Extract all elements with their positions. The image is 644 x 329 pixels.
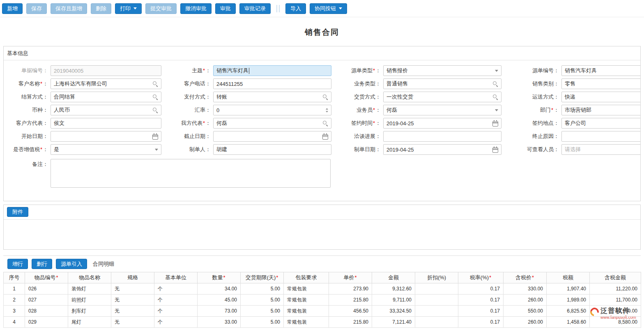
start-date-input[interactable] <box>51 131 161 142</box>
department-label: 部门*： <box>501 106 561 114</box>
doc-number-label: 单据编号： <box>4 67 51 74</box>
column-header-label: 含税金额 <box>605 274 626 281</box>
termination-reason-input[interactable] <box>561 131 641 142</box>
submit-approval-button[interactable]: 提交审批 <box>145 3 177 14</box>
attachments-button[interactable]: 附件 <box>7 207 28 217</box>
table-row[interactable]: 2027前照灯无个45.005.00常规包装215.809,711.000.17… <box>4 294 641 306</box>
exchange-rate-field: 汇率：0 <box>161 105 331 115</box>
chevron-down-icon[interactable] <box>155 149 158 151</box>
search-icon[interactable] <box>153 108 158 113</box>
print-button[interactable]: 打印 <box>115 3 142 14</box>
contract-detail-table: 序号物品编号*物品名称规格基本单位数量*交货期限(天)*包装要求单价*金额折扣(… <box>3 272 641 328</box>
required-asterisk: * <box>276 274 278 281</box>
table-cell: 5.00 <box>241 306 284 317</box>
column-header: 物品名称 <box>68 272 111 283</box>
customer-phone-input[interactable]: 244511255 <box>213 78 331 89</box>
column-header-label: 金额 <box>388 274 399 281</box>
source-type-input[interactable]: 销售报价 <box>383 65 501 76</box>
customer-name-input[interactable]: 上海科达汽车有限公司 <box>51 78 161 89</box>
add-button[interactable]: 新增 <box>2 3 23 14</box>
settlement-method-label: 结算方式： <box>4 93 51 101</box>
required-asterisk: * <box>203 120 205 126</box>
column-header: 含税金额 <box>590 272 641 283</box>
approval-records-button[interactable]: 审批记录 <box>239 3 271 14</box>
delivery-method-input[interactable]: 一次性交货 <box>383 92 501 102</box>
delivery-method-value: 一次性交货 <box>386 93 413 101</box>
chevron-down-icon[interactable] <box>495 109 498 111</box>
table-row[interactable]: 4029尾灯无个33.005.00常规包装215.807,121.400.172… <box>4 317 641 328</box>
search-icon[interactable] <box>153 81 158 87</box>
salesperson-input[interactable]: 何磊 <box>383 105 501 115</box>
settlement-method-input[interactable]: 合同结算 <box>51 92 161 102</box>
department-input[interactable]: 市场营销部 <box>561 105 641 115</box>
delete-button[interactable]: 删除 <box>91 3 111 14</box>
table-cell: 550.00 <box>504 306 547 317</box>
search-icon[interactable] <box>493 81 498 87</box>
signing-place-input[interactable]: 客户公司 <box>561 118 641 129</box>
our-representative-input[interactable]: 何磊 <box>213 118 331 129</box>
business-type-input[interactable]: 普通销售 <box>383 78 501 89</box>
table-cell: 个 <box>154 306 198 317</box>
calendar-icon[interactable] <box>322 134 328 140</box>
required-asterisk: * <box>373 107 375 113</box>
subject-label: 主题*： <box>161 67 213 74</box>
vat-flag-input[interactable]: 是 <box>51 144 161 155</box>
table-cell: 5.00 <box>241 283 284 294</box>
customer-name-label: 客户名称*： <box>4 80 51 87</box>
source-number-input[interactable]: 销售汽车灯具 <box>561 65 641 76</box>
search-icon[interactable] <box>493 94 498 100</box>
contract-detail-section: 增行删行源单引入 合同明细 序号物品编号*物品名称规格基本单位数量*交货期限(天… <box>3 255 641 328</box>
table-cell: 9,711.00 <box>372 294 415 306</box>
search-icon[interactable] <box>323 121 328 126</box>
required-asterisk: * <box>203 67 205 74</box>
collaboration-button[interactable]: 协同按钮 <box>310 3 347 14</box>
table-row[interactable]: 1026装饰灯无个34.005.00常规包装273.909,312.600.17… <box>4 283 641 294</box>
creator-input[interactable]: 胡建 <box>213 144 331 155</box>
attachments-panel: 附件 <box>3 205 641 250</box>
approve-button[interactable]: 审批 <box>215 3 236 14</box>
calendar-icon[interactable] <box>492 121 498 127</box>
doc-number-input[interactable]: 2019040005 <box>51 65 161 76</box>
subject-input[interactable]: 销售汽车灯具 <box>213 65 331 76</box>
table-cell: 11,220.00 <box>590 283 641 294</box>
search-icon[interactable] <box>323 94 328 100</box>
revoke-approval-button[interactable]: 撤消审批 <box>180 3 212 14</box>
table-row[interactable]: 3028刹车灯无个73.005.00常规包装456.5033,324.500.1… <box>4 306 641 317</box>
calendar-icon[interactable] <box>152 134 158 140</box>
signing-time-label: 签约时间*： <box>331 120 383 127</box>
sales-category-input[interactable]: 零售 <box>561 78 641 89</box>
table-cell: 73.00 <box>198 306 241 317</box>
table-cell <box>415 283 458 294</box>
currency-input[interactable]: 人民币 <box>51 105 161 115</box>
customer-name-field: 客户名称*：上海科达汽车有限公司 <box>4 78 161 89</box>
negotiation-progress-input[interactable] <box>383 131 501 142</box>
exchange-rate-input[interactable]: 0 <box>213 105 331 115</box>
save-button[interactable]: 保存 <box>26 3 47 14</box>
import-source-button[interactable]: 源单引入 <box>56 259 87 269</box>
remark-label: 备注： <box>4 159 51 168</box>
add-row-button[interactable]: 增行 <box>7 259 28 269</box>
end-date-input[interactable] <box>213 131 331 142</box>
remark-input[interactable] <box>51 159 331 188</box>
revoke-approval-button-label: 撤消审批 <box>185 5 207 12</box>
column-header: 包装要求 <box>284 272 329 283</box>
import-button[interactable]: 导入 <box>285 3 306 14</box>
column-header-label: 规格 <box>127 274 138 281</box>
chevron-down-icon[interactable] <box>495 70 498 72</box>
signing-time-input[interactable]: 2019-04-25 <box>383 118 501 129</box>
viewers-input[interactable]: 请选择 <box>561 144 641 155</box>
shipping-method-input[interactable]: 快递 <box>561 92 641 102</box>
remark-field: 备注： <box>4 157 640 188</box>
doc-number-value: 2019040005 <box>54 68 83 74</box>
calendar-icon[interactable] <box>492 147 498 153</box>
customer-representative-label: 客户方代表： <box>4 120 51 127</box>
delete-row-button[interactable]: 删行 <box>32 259 52 269</box>
doc-number-field: 单据编号：2019040005 <box>4 65 161 76</box>
save-and-add-button[interactable]: 保存且新增 <box>51 3 87 14</box>
customer-representative-input[interactable]: 侯文 <box>51 118 161 129</box>
create-date-input[interactable]: 2019-04-25 <box>383 144 501 155</box>
search-icon[interactable] <box>153 94 158 100</box>
chevron-down-icon <box>133 7 137 9</box>
payment-method-input[interactable]: 转账 <box>213 92 331 102</box>
number-spinner[interactable] <box>326 108 328 113</box>
